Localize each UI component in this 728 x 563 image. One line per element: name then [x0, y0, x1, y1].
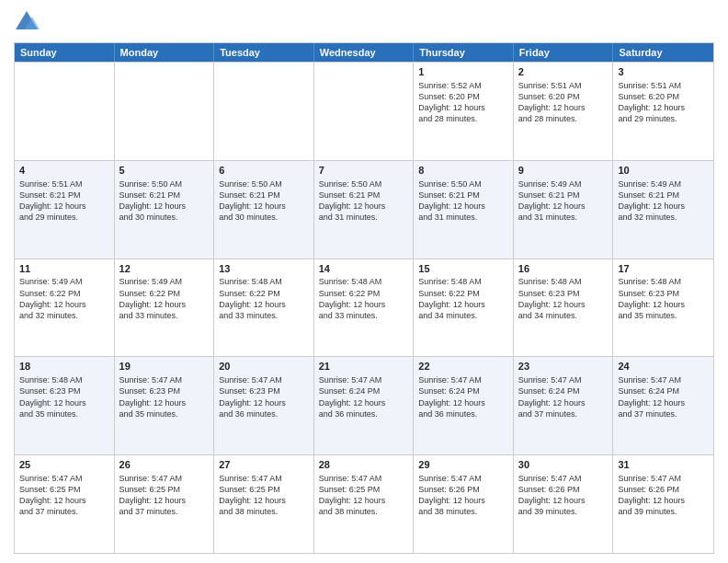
- calendar-header: SundayMondayTuesdayWednesdayThursdayFrid…: [15, 43, 713, 62]
- cell-info-line: Sunrise: 5:47 AM: [618, 473, 709, 484]
- cell-info-line: Sunset: 6:25 PM: [19, 484, 109, 495]
- cell-info-line: and 28 minutes.: [518, 113, 609, 124]
- cell-info-line: Sunset: 6:21 PM: [518, 190, 609, 201]
- cell-info-line: Sunset: 6:26 PM: [518, 484, 609, 495]
- cell-info-line: Daylight: 12 hours: [418, 397, 508, 408]
- cell-info-line: Daylight: 12 hours: [518, 397, 609, 408]
- day-number: 13: [219, 262, 309, 276]
- cell-info-line: Daylight: 12 hours: [119, 299, 210, 310]
- calendar-cell-27: 27Sunrise: 5:47 AMSunset: 6:25 PMDayligh…: [214, 455, 314, 553]
- cell-info-line: Sunrise: 5:48 AM: [19, 374, 109, 385]
- cell-info-line: Sunrise: 5:48 AM: [319, 276, 409, 287]
- cell-info-line: Sunset: 6:23 PM: [219, 385, 309, 396]
- cell-info-line: Sunset: 6:25 PM: [119, 484, 210, 495]
- day-number: 16: [518, 262, 609, 276]
- calendar-row-4: 25Sunrise: 5:47 AMSunset: 6:25 PMDayligh…: [15, 454, 713, 553]
- logo: [14, 9, 43, 35]
- cell-info-line: Sunset: 6:21 PM: [219, 190, 309, 201]
- calendar-cell-12: 12Sunrise: 5:49 AMSunset: 6:22 PMDayligh…: [115, 259, 215, 357]
- calendar-cell-empty: [115, 63, 215, 160]
- calendar-cell-6: 6Sunrise: 5:50 AMSunset: 6:21 PMDaylight…: [214, 161, 314, 259]
- cell-info-line: and 37 minutes.: [518, 408, 609, 419]
- cell-info-line: Sunset: 6:22 PM: [219, 288, 309, 299]
- calendar-cell-29: 29Sunrise: 5:47 AMSunset: 6:26 PMDayligh…: [414, 455, 514, 553]
- calendar-cell-1: 1Sunrise: 5:52 AMSunset: 6:20 PMDaylight…: [414, 63, 514, 160]
- calendar-cell-empty: [214, 63, 314, 160]
- day-number: 18: [19, 360, 109, 373]
- cell-info-line: Sunrise: 5:47 AM: [418, 473, 508, 484]
- cell-info-line: Sunset: 6:26 PM: [618, 484, 709, 495]
- cell-info-line: Sunrise: 5:47 AM: [119, 374, 210, 385]
- cell-info-line: Daylight: 12 hours: [618, 299, 709, 310]
- calendar-cell-4: 4Sunrise: 5:51 AMSunset: 6:21 PMDaylight…: [15, 161, 115, 259]
- calendar-cell-28: 28Sunrise: 5:47 AMSunset: 6:25 PMDayligh…: [314, 455, 415, 553]
- cell-info-line: Daylight: 12 hours: [319, 397, 409, 408]
- calendar-cell-5: 5Sunrise: 5:50 AMSunset: 6:21 PMDaylight…: [115, 161, 215, 259]
- cell-info-line: Daylight: 12 hours: [19, 397, 109, 408]
- day-number: 11: [19, 262, 109, 276]
- day-number: 28: [319, 458, 409, 472]
- cell-info-line: Daylight: 12 hours: [518, 299, 609, 310]
- header-day-tuesday: Tuesday: [214, 43, 314, 62]
- cell-info-line: and 38 minutes.: [219, 506, 309, 517]
- calendar-cell-15: 15Sunrise: 5:48 AMSunset: 6:22 PMDayligh…: [414, 259, 514, 357]
- cell-info-line: and 39 minutes.: [618, 506, 709, 517]
- day-number: 9: [518, 164, 609, 178]
- cell-info-line: Sunset: 6:21 PM: [119, 190, 210, 201]
- cell-info-line: and 36 minutes.: [319, 408, 409, 419]
- calendar-cell-empty: [15, 63, 115, 160]
- calendar-cell-10: 10Sunrise: 5:49 AMSunset: 6:21 PMDayligh…: [613, 161, 713, 259]
- cell-info-line: and 35 minutes.: [19, 408, 109, 419]
- cell-info-line: Sunrise: 5:49 AM: [518, 178, 609, 190]
- cell-info-line: Sunrise: 5:49 AM: [19, 276, 109, 287]
- day-number: 5: [119, 164, 210, 178]
- header-day-sunday: Sunday: [15, 43, 115, 62]
- cell-info-line: Daylight: 12 hours: [618, 495, 709, 506]
- cell-info-line: Sunrise: 5:47 AM: [319, 473, 409, 484]
- cell-info-line: and 32 minutes.: [618, 212, 709, 223]
- cell-info-line: and 37 minutes.: [618, 408, 709, 419]
- cell-info-line: Sunset: 6:24 PM: [618, 385, 709, 396]
- cell-info-line: Sunset: 6:25 PM: [219, 484, 309, 495]
- cell-info-line: and 29 minutes.: [618, 113, 709, 124]
- day-number: 7: [319, 164, 409, 178]
- cell-info-line: Sunset: 6:24 PM: [418, 385, 508, 396]
- cell-info-line: Sunrise: 5:47 AM: [518, 374, 609, 385]
- cell-info-line: Daylight: 12 hours: [518, 495, 609, 506]
- calendar-cell-14: 14Sunrise: 5:48 AMSunset: 6:22 PMDayligh…: [314, 259, 415, 357]
- cell-info-line: Sunrise: 5:47 AM: [319, 374, 409, 385]
- calendar-cell-30: 30Sunrise: 5:47 AMSunset: 6:26 PMDayligh…: [514, 455, 614, 553]
- day-number: 3: [618, 65, 709, 79]
- cell-info-line: Sunset: 6:25 PM: [319, 484, 409, 495]
- day-number: 30: [518, 458, 609, 472]
- cell-info-line: Sunrise: 5:51 AM: [19, 178, 109, 190]
- cell-info-line: Sunset: 6:23 PM: [119, 385, 210, 396]
- cell-info-line: Daylight: 12 hours: [19, 201, 109, 212]
- cell-info-line: and 28 minutes.: [418, 113, 508, 124]
- day-number: 21: [319, 360, 409, 373]
- cell-info-line: Sunset: 6:24 PM: [319, 385, 409, 396]
- calendar-cell-16: 16Sunrise: 5:48 AMSunset: 6:23 PMDayligh…: [514, 259, 614, 357]
- calendar-cell-26: 26Sunrise: 5:47 AMSunset: 6:25 PMDayligh…: [115, 455, 215, 553]
- day-number: 4: [19, 164, 109, 178]
- cell-info-line: Daylight: 12 hours: [19, 299, 109, 310]
- calendar-cell-23: 23Sunrise: 5:47 AMSunset: 6:24 PMDayligh…: [514, 357, 614, 454]
- cell-info-line: Sunrise: 5:48 AM: [418, 276, 508, 287]
- cell-info-line: and 36 minutes.: [418, 408, 508, 419]
- cell-info-line: Sunset: 6:20 PM: [518, 91, 609, 102]
- cell-info-line: and 37 minutes.: [119, 506, 210, 517]
- cell-info-line: Sunset: 6:22 PM: [19, 288, 109, 299]
- logo-icon: [14, 9, 40, 35]
- cell-info-line: Sunrise: 5:47 AM: [518, 473, 609, 484]
- header: [14, 9, 714, 35]
- cell-info-line: Daylight: 12 hours: [618, 201, 709, 212]
- calendar-cell-2: 2Sunrise: 5:51 AMSunset: 6:20 PMDaylight…: [514, 63, 614, 160]
- cell-info-line: and 34 minutes.: [518, 310, 609, 321]
- calendar-cell-7: 7Sunrise: 5:50 AMSunset: 6:21 PMDaylight…: [314, 161, 415, 259]
- cell-info-line: Sunrise: 5:48 AM: [518, 276, 609, 287]
- cell-info-line: Daylight: 12 hours: [219, 495, 309, 506]
- header-day-saturday: Saturday: [613, 43, 713, 62]
- cell-info-line: Sunrise: 5:50 AM: [319, 178, 409, 190]
- cell-info-line: and 31 minutes.: [418, 212, 508, 223]
- cell-info-line: Sunrise: 5:50 AM: [119, 178, 210, 190]
